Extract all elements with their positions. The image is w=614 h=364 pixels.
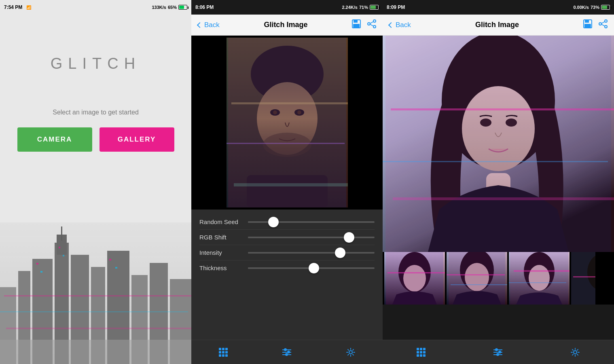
thickness-row: Thickness <box>199 260 375 275</box>
svg-rect-64 <box>383 36 611 252</box>
back-button-2[interactable]: Back <box>198 21 220 29</box>
svg-point-88 <box>574 351 577 354</box>
rgb-shift-track[interactable] <box>248 237 375 238</box>
rgb-shift-thumb[interactable] <box>344 232 354 243</box>
intensity-thumb[interactable] <box>335 248 345 258</box>
svg-rect-48 <box>584 24 591 28</box>
welcome-screen: 7:54 PM 📶 133K/s 65% GLITCH Select an im… <box>0 0 191 364</box>
svg-line-30 <box>370 24 373 26</box>
save-icon-3 <box>583 19 592 28</box>
status-right-1: 133K/s 65% <box>152 5 187 10</box>
battery-text-2: 71% <box>359 5 368 10</box>
nav-title-3: Glitch Image <box>475 21 519 29</box>
thumbnail-3[interactable] <box>509 252 570 305</box>
action-buttons: CAMERA GALLERY <box>17 127 174 152</box>
thickness-track[interactable] <box>248 267 375 269</box>
sliders-icon-3[interactable] <box>493 349 502 355</box>
battery-icon-3 <box>601 5 610 10</box>
random-seed-thumb[interactable] <box>268 217 279 227</box>
intensity-row: Intensity <box>199 245 375 260</box>
svg-line-29 <box>370 22 373 24</box>
portrait-area-male <box>191 36 383 210</box>
back-button-3[interactable]: Back <box>389 21 411 29</box>
back-label-2: Back <box>204 21 220 29</box>
status-left-1: 7:54 PM 📶 <box>4 4 31 10</box>
gallery-button[interactable]: GALLERY <box>100 127 174 152</box>
nav-bar-2: Back Glitch Image <box>191 15 383 36</box>
status-bar-2: 8:06 PM 2.24K/s 71% <box>191 0 383 15</box>
thickness-label: Thickness <box>199 265 248 271</box>
svg-rect-77 <box>447 252 505 305</box>
battery-fill-3 <box>602 6 607 9</box>
welcome-subtitle: Select an image to get started <box>53 109 139 116</box>
svg-point-49 <box>605 20 607 22</box>
thumbnail-1-svg <box>384 252 445 305</box>
male-face-svg <box>227 38 348 207</box>
thumbnail-1[interactable] <box>384 252 445 305</box>
svg-rect-84 <box>509 252 568 305</box>
svg-point-27 <box>373 25 376 28</box>
random-seed-track[interactable] <box>248 221 375 223</box>
svg-point-26 <box>373 20 376 22</box>
thickness-thumb[interactable] <box>309 263 319 273</box>
svg-point-50 <box>605 25 607 28</box>
nav-icons-3 <box>583 19 608 30</box>
settings-icon-3[interactable] <box>570 347 580 357</box>
network-speed-2: 2.24K/s <box>342 5 358 10</box>
network-speed-1: 133K/s <box>152 5 166 10</box>
save-button-2[interactable] <box>352 19 361 30</box>
status-left-3: 8:09 PM <box>387 4 405 10</box>
editor-screen-female: 8:09 PM 0.00K/s 73% Back Glitch Image <box>383 0 614 364</box>
thumbnail-4[interactable] <box>571 252 595 305</box>
svg-rect-24 <box>354 20 358 23</box>
share-button-2[interactable] <box>367 19 376 30</box>
rgb-shift-label: RGB Shift <box>199 234 248 241</box>
app-title: GLITCH <box>51 55 141 72</box>
battery-icon-2 <box>370 5 379 10</box>
chevron-left-icon-3 <box>388 22 394 28</box>
thumbnail-2[interactable] <box>447 252 507 305</box>
network-speed-3: 0.00K/s <box>573 5 589 10</box>
back-label-3: Back <box>396 21 411 29</box>
chevron-left-icon-2 <box>197 22 203 28</box>
bottom-bar-2 <box>191 340 383 364</box>
intensity-track[interactable] <box>248 252 375 254</box>
save-button-3[interactable] <box>583 19 592 30</box>
svg-line-52 <box>601 22 605 24</box>
save-icon-2 <box>352 19 361 28</box>
svg-point-28 <box>368 23 370 25</box>
glitch-portrait-male <box>227 38 348 207</box>
thumbnail-2-svg <box>447 252 507 305</box>
settings-icon-2[interactable] <box>346 347 356 357</box>
battery-fill-1 <box>179 6 184 9</box>
svg-point-51 <box>599 23 601 25</box>
share-icon-3 <box>599 19 608 28</box>
time-3: 8:09 PM <box>387 4 405 10</box>
editor-screen-male: 8:06 PM 2.24K/s 71% Back Glitch Image <box>191 0 383 364</box>
grid-icon-3[interactable] <box>417 348 426 357</box>
portrait-area-female <box>383 36 614 252</box>
thickness-fill <box>248 267 314 269</box>
rgb-shift-fill <box>248 237 349 238</box>
sliders-icon-2[interactable] <box>282 349 291 355</box>
svg-line-53 <box>601 24 605 26</box>
nav-icons-2 <box>352 19 376 30</box>
thumbnail-4-svg <box>571 252 595 305</box>
svg-point-45 <box>349 351 352 354</box>
female-portrait-svg <box>383 36 614 252</box>
intensity-fill <box>248 252 340 254</box>
status-right-2: 2.24K/s 71% <box>342 5 379 10</box>
svg-rect-70 <box>384 252 443 305</box>
intensity-label: Intensity <box>199 249 248 256</box>
share-button-3[interactable] <box>599 19 608 30</box>
thumbnails-row <box>383 252 614 305</box>
battery-text-3: 73% <box>591 5 599 10</box>
time-2: 8:06 PM <box>195 4 214 10</box>
grid-icon-2[interactable] <box>219 348 228 357</box>
rgb-shift-row: RGB Shift <box>199 230 375 245</box>
welcome-content: GLITCH Select an image to get started CA… <box>0 15 191 364</box>
nav-bar-3: Back Glitch Image <box>383 15 614 36</box>
status-bar-3: 8:09 PM 0.00K/s 73% <box>383 0 614 15</box>
camera-button[interactable]: CAMERA <box>17 127 92 152</box>
thumbnail-3-svg <box>509 252 570 305</box>
